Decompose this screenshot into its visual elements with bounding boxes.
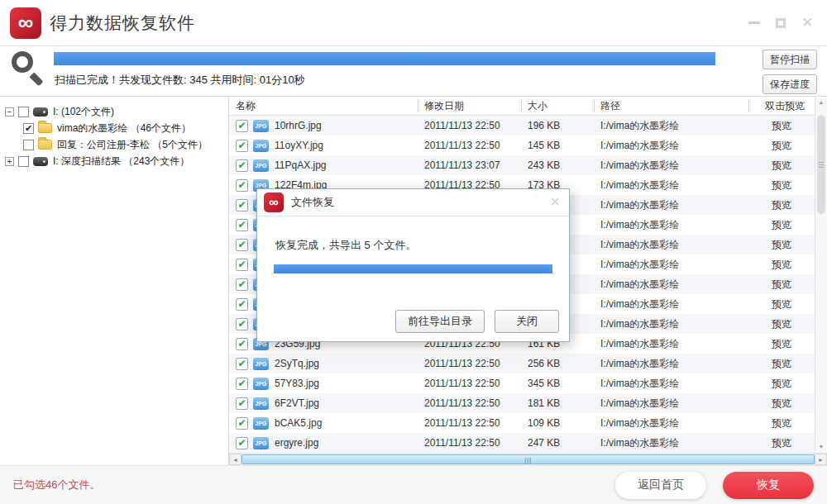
file-checkbox[interactable]: ✔	[236, 397, 248, 410]
table-row[interactable]: ✔ JPG 11PqAX.jpg 2011/11/13 23:07 243 KB…	[229, 155, 815, 175]
tree-item-vima-folder[interactable]: ✔ vima的水墨彩绘 （46个文件）	[5, 120, 225, 136]
file-checkbox[interactable]: ✔	[236, 219, 248, 231]
tree-checkbox-reply[interactable]	[23, 140, 34, 150]
preview-link[interactable]: 预览	[748, 254, 815, 274]
file-checkbox[interactable]: ✔	[236, 417, 248, 430]
preview-link[interactable]: 预览	[748, 354, 815, 373]
preview-link[interactable]: 预览	[748, 433, 815, 453]
scroll-up-icon[interactable]: ▲	[815, 97, 827, 108]
file-size: 243 KB	[521, 155, 594, 175]
return-home-button[interactable]: 返回首页	[615, 472, 706, 499]
table-row[interactable]: ✔ JPG bCAK5.jpg 2011/11/13 22:50 109 KB …	[229, 413, 815, 433]
preview-link[interactable]: 预览	[748, 413, 815, 433]
vertical-scrollbar[interactable]: ▲ ▼	[815, 97, 827, 453]
preview-link[interactable]: 预览	[748, 294, 815, 314]
preview-link[interactable]: 预览	[748, 334, 815, 354]
file-checkbox[interactable]: ✔	[236, 318, 248, 330]
file-checkbox[interactable]: ✔	[236, 259, 248, 271]
horizontal-scroll-thumb[interactable]: |||	[241, 454, 815, 464]
app-logo-icon: ∞	[10, 7, 41, 39]
preview-link[interactable]: 预览	[748, 373, 815, 393]
column-header-preview[interactable]: 双击预览	[748, 97, 815, 115]
table-row[interactable]: ✔ JPG ergyre.jpg 2011/11/13 22:50 247 KB…	[229, 433, 815, 453]
file-checkbox[interactable]: ✔	[236, 278, 248, 291]
scan-buttons: 暂停扫描 保存进度	[762, 50, 817, 94]
file-size: 256 KB	[521, 354, 594, 373]
tree-item-reply-folder[interactable]: 回复：公司注册-李松 （5个文件）	[5, 136, 225, 153]
preview-link[interactable]: 预览	[748, 235, 815, 254]
file-path: I:/vima的水墨彩绘	[594, 334, 748, 354]
check-icon: ✔	[237, 121, 246, 131]
file-name: 6F2VT.jpg	[275, 397, 319, 409]
selected-count-text: 已勾选46个文件。	[13, 478, 100, 492]
file-checkbox[interactable]: ✔	[236, 378, 248, 390]
preview-link[interactable]: 预览	[748, 175, 815, 195]
tree-checkbox-vima[interactable]: ✔	[23, 123, 34, 134]
file-checkbox[interactable]: ✔	[236, 159, 248, 172]
check-icon: ✔	[25, 124, 32, 133]
save-progress-button[interactable]: 保存进度	[762, 74, 817, 94]
column-header-size[interactable]: 大小	[521, 97, 594, 115]
table-row[interactable]: ✔ JPG 10rhrG.jpg 2011/11/13 22:50 196 KB…	[229, 116, 815, 136]
file-checkbox[interactable]: ✔	[236, 298, 248, 311]
open-export-folder-button[interactable]: 前往导出目录	[395, 310, 485, 333]
close-icon: ✕	[801, 16, 813, 30]
file-date: 2011/11/13 22:50	[418, 116, 521, 136]
dialog-close-icon[interactable]: ✕	[550, 196, 561, 209]
table-row[interactable]: ✔ JPG 11oyXY.jpg 2011/11/13 22:50 145 KB…	[229, 136, 815, 155]
minimize-icon	[748, 21, 760, 24]
tree-item-deep-scan[interactable]: + I: 深度扫描结果 （243个文件）	[5, 153, 225, 169]
preview-link[interactable]: 预览	[748, 314, 815, 334]
file-path: I:/vima的水墨彩绘	[594, 433, 748, 453]
folder-tree: − I: (102个文件) ✔ vima的水墨彩绘 （46个文件） 回复：公司注…	[0, 97, 229, 465]
scroll-down-icon[interactable]: ▼	[815, 441, 827, 453]
file-checkbox[interactable]: ✔	[236, 338, 248, 350]
collapse-icon[interactable]: −	[5, 107, 14, 116]
horizontal-scrollbar[interactable]: ◄ ||| ►	[229, 453, 827, 465]
file-path: I:/vima的水墨彩绘	[594, 393, 748, 413]
pause-scan-button[interactable]: 暂停扫描	[762, 50, 817, 69]
table-row[interactable]: ✔ JPG 6F2VT.jpg 2011/11/13 22:50 181 KB …	[229, 393, 815, 413]
check-icon: ✔	[237, 259, 246, 269]
file-path: I:/vima的水墨彩绘	[594, 116, 748, 136]
tree-checkbox-drive-i[interactable]	[18, 107, 29, 117]
check-icon: ✔	[237, 378, 246, 388]
preview-link[interactable]: 预览	[748, 393, 815, 413]
preview-link[interactable]: 预览	[748, 136, 815, 155]
file-checkbox[interactable]: ✔	[236, 199, 248, 212]
vertical-scroll-thumb[interactable]	[817, 115, 825, 214]
maximize-button[interactable]	[774, 17, 787, 30]
file-checkbox[interactable]: ✔	[236, 140, 248, 152]
scroll-left-icon[interactable]: ◄	[229, 454, 241, 465]
table-row[interactable]: ✔ JPG 2SyTq.jpg 2011/11/13 22:50 256 KB …	[229, 354, 815, 373]
file-checkbox[interactable]: ✔	[236, 239, 248, 251]
close-button[interactable]: ✕	[801, 17, 814, 30]
preview-link[interactable]: 预览	[748, 116, 815, 136]
dialog-close-button[interactable]: 关闭	[495, 310, 559, 333]
tree-checkbox-deep-scan[interactable]	[18, 156, 29, 167]
dialog-title: 文件恢复	[291, 195, 334, 210]
column-header-name[interactable]: 名称	[229, 97, 418, 115]
file-name-cell: ✔ JPG 6F2VT.jpg	[229, 393, 418, 413]
scroll-right-icon[interactable]: ►	[815, 454, 827, 465]
check-icon: ✔	[237, 279, 246, 289]
file-checkbox[interactable]: ✔	[236, 437, 248, 449]
app-window: ∞ 得力数据恢复软件 ✕ 扫描已完成！共发现文件数: 345 共用时间: 01分…	[0, 0, 827, 504]
preview-link[interactable]: 预览	[748, 195, 815, 215]
minimize-button[interactable]	[748, 17, 761, 30]
file-path: I:/vima的水墨彩绘	[594, 215, 748, 235]
table-row[interactable]: ✔ JPG 57Y83.jpg 2011/11/13 22:50 345 KB …	[229, 373, 815, 393]
file-checkbox[interactable]: ✔	[236, 120, 248, 132]
preview-link[interactable]: 预览	[748, 215, 815, 235]
column-header-path[interactable]: 路径	[594, 97, 748, 115]
tree-item-drive-i[interactable]: − I: (102个文件)	[5, 103, 225, 120]
recover-button[interactable]: 恢复	[723, 472, 814, 499]
preview-link[interactable]: 预览	[748, 274, 815, 294]
file-checkbox[interactable]: ✔	[236, 358, 248, 370]
preview-link[interactable]: 预览	[748, 155, 815, 175]
column-header-date[interactable]: 修改日期	[418, 97, 521, 115]
expand-icon[interactable]: +	[5, 157, 14, 166]
jpg-file-icon: JPG	[253, 159, 269, 172]
check-icon: ✔	[237, 160, 246, 170]
file-checkbox[interactable]: ✔	[236, 179, 248, 192]
